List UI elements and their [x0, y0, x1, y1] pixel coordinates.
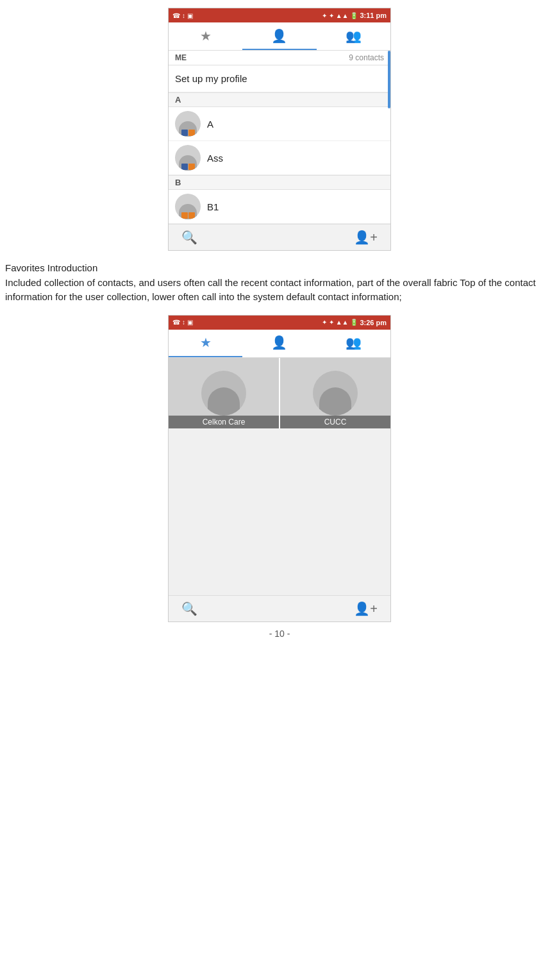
- battery-icon: 🔋: [350, 12, 358, 19]
- tab-contacts-2[interactable]: 👤: [242, 330, 316, 357]
- badge-blue-a: [181, 130, 188, 136]
- fav-silhouette-cucc: [319, 387, 351, 416]
- sim-icon: ▣: [187, 12, 193, 19]
- text-section: Favorites Introduction Included collecti…: [0, 251, 559, 310]
- person-icon: 👤: [271, 28, 287, 44]
- favorites-grid: Celkon Care CUCC: [169, 358, 390, 428]
- status-bar-1: ☎ ↕ ▣ ✦ ✦ ▲▲ 🔋 3:11 pm: [169, 8, 390, 22]
- star-icon-2: ★: [200, 335, 212, 350]
- status-left-icons-2: ☎ ↕ ▣: [172, 319, 193, 326]
- wifi-icon-2: ✦: [329, 319, 334, 326]
- status-right-icons-2: ✦ ✦ ▲▲ 🔋 3:26 pm: [322, 319, 387, 326]
- fav-label-cucc: CUCC: [280, 416, 390, 428]
- wifi-icon: ✦: [329, 12, 334, 19]
- badge-orange2-b1: [188, 212, 195, 219]
- setup-profile-row[interactable]: Set up my profile: [169, 65, 390, 92]
- letter-divider-b: B: [169, 175, 390, 190]
- avatar-badge-b1: [175, 211, 201, 219]
- avatar-b1: [175, 194, 201, 219]
- sync-icon-2: ↕: [182, 319, 185, 326]
- signal-icon-2: ▲▲: [336, 319, 349, 326]
- status-right-icons: ✦ ✦ ▲▲ 🔋 3:11 pm: [322, 12, 387, 19]
- status-bar-2: ☎ ↕ ▣ ✦ ✦ ▲▲ 🔋 3:26 pm: [169, 316, 390, 330]
- group-icon-2: 👥: [346, 335, 362, 350]
- fav-cell-cucc[interactable]: CUCC: [280, 358, 390, 428]
- badge-blue-ass: [181, 164, 188, 170]
- phone-icon: ☎: [172, 12, 180, 19]
- contact-name-a: A: [207, 119, 213, 130]
- text-body: Included collection of contacts, and use…: [5, 276, 549, 305]
- avatar-badge-a: [175, 128, 201, 137]
- search-icon-1[interactable]: 🔍: [181, 230, 197, 245]
- time-display-1: 3:11 pm: [360, 12, 387, 19]
- star-icon: ★: [200, 28, 212, 44]
- phone-screenshot-1: ☎ ↕ ▣ ✦ ✦ ▲▲ 🔋 3:11 pm ★ 👤 👥: [168, 8, 391, 251]
- scroll-indicator: [388, 51, 390, 108]
- avatar-a: [175, 111, 201, 137]
- phone-screenshot-2: ☎ ↕ ▣ ✦ ✦ ▲▲ 🔋 3:26 pm ★ 👤 👥: [168, 315, 391, 622]
- add-contact-icon-2[interactable]: 👤+: [354, 601, 378, 616]
- sim-icon-2: ▣: [187, 319, 193, 326]
- empty-favorites-area: [169, 428, 390, 595]
- sync-icon: ↕: [182, 12, 185, 19]
- contact-row-a[interactable]: A: [169, 107, 390, 141]
- tab-bar-1: ★ 👤 👥: [169, 22, 390, 51]
- tab-groups-2[interactable]: 👥: [317, 330, 390, 357]
- tab-favorites-2[interactable]: ★: [169, 330, 242, 357]
- fav-cell-celkon[interactable]: Celkon Care: [169, 358, 280, 428]
- fav-silhouette-celkon: [208, 387, 240, 416]
- group-icon: 👥: [346, 28, 362, 44]
- bottom-bar-2: 🔍 👤+: [169, 595, 390, 621]
- tab-favorites-1[interactable]: ★: [169, 22, 242, 50]
- status-left-icons: ☎ ↕ ▣: [172, 12, 193, 19]
- setup-profile-label: Set up my profile: [175, 73, 247, 84]
- time-display-2: 3:26 pm: [360, 319, 387, 326]
- section-header-row: ME 9 contacts: [169, 51, 390, 65]
- text-title: Favorites Introduction: [5, 261, 549, 276]
- fav-label-celkon: Celkon Care: [169, 416, 279, 428]
- contact-row-ass[interactable]: Ass: [169, 141, 390, 175]
- page-number: - 10 -: [0, 622, 559, 649]
- signal-icon: ▲▲: [336, 12, 349, 19]
- contacts-count: 9 contacts: [349, 53, 384, 62]
- phone-icon-2: ☎: [172, 319, 180, 326]
- fav-avatar-celkon: [201, 371, 246, 416]
- badge-orange-b1: [181, 212, 188, 219]
- bottom-bar-1: 🔍 👤+: [169, 224, 390, 250]
- avatar-badge-ass: [175, 162, 201, 171]
- fav-avatar-cucc: [313, 371, 358, 416]
- letter-divider-a: A: [169, 92, 390, 107]
- badge-orange-ass: [188, 164, 195, 170]
- badge-orange-a: [188, 130, 195, 136]
- battery-icon-2: 🔋: [350, 319, 358, 326]
- search-icon-2[interactable]: 🔍: [181, 601, 197, 616]
- tab-contacts-1[interactable]: 👤: [242, 22, 316, 50]
- contact-name-ass: Ass: [207, 153, 223, 164]
- add-contact-icon-1[interactable]: 👤+: [354, 230, 378, 245]
- page-wrapper: ☎ ↕ ▣ ✦ ✦ ▲▲ 🔋 3:11 pm ★ 👤 👥: [0, 8, 559, 649]
- me-label: ME: [175, 53, 187, 62]
- person-icon-2: 👤: [271, 335, 287, 350]
- tab-bar-2: ★ 👤 👥: [169, 330, 390, 358]
- contact-row-b1[interactable]: B1: [169, 190, 390, 224]
- contact-name-b1: B1: [207, 201, 219, 212]
- avatar-ass: [175, 145, 201, 171]
- bt-icon-2: ✦: [322, 319, 327, 326]
- bt-icon: ✦: [322, 12, 327, 19]
- tab-groups-1[interactable]: 👥: [317, 22, 390, 50]
